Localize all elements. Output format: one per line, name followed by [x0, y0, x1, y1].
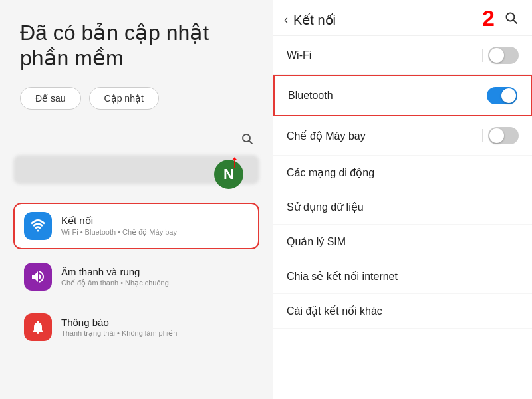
- header-left: ‹ Kết nối: [284, 12, 336, 28]
- wifi-toggle[interactable]: [488, 47, 519, 64]
- more-connection-row[interactable]: Cài đặt kết nối khác: [273, 294, 532, 329]
- mobile-network-label: Các mạng di động: [287, 166, 374, 179]
- airplane-label: Chế độ Máy bay: [287, 130, 366, 142]
- wifi-icon-container: [24, 212, 52, 240]
- update-button[interactable]: Cập nhật: [89, 87, 159, 110]
- wifi-label: Wi-Fi: [287, 49, 311, 61]
- ket-noi-label: Kết nối: [61, 215, 177, 227]
- wifi-divider: [482, 49, 483, 62]
- settings-item-ket-noi[interactable]: Kết nối Wi-Fi • Bluetooth • Chế độ Máy b…: [13, 203, 259, 249]
- title-line2: phần mềm: [20, 46, 124, 70]
- hotspot-row[interactable]: Chia sẻ kết nối internet: [273, 259, 532, 294]
- bluetooth-toggle[interactable]: [487, 87, 517, 104]
- airplane-divider: [482, 129, 483, 142]
- data-usage-row[interactable]: Sử dụng dữ liệu: [273, 190, 532, 225]
- later-button[interactable]: Để sau: [20, 87, 81, 110]
- svg-line-4: [513, 20, 517, 23]
- update-title: Đã có bản cập nhật phần mềm: [13, 20, 259, 71]
- sound-icon-container: [24, 263, 52, 291]
- thong-bao-text: Thông báo Thanh trạng thái • Không làm p…: [61, 317, 177, 338]
- arrow-annotation: ↑: [230, 151, 239, 172]
- settings-item-am-thanh[interactable]: Âm thanh và rung Chế độ âm thanh • Nhạc …: [13, 253, 259, 300]
- back-button[interactable]: ‹: [284, 13, 288, 27]
- airplane-toggle[interactable]: [488, 127, 519, 144]
- bluetooth-divider: [481, 89, 481, 102]
- search-row: [13, 130, 259, 148]
- settings-list: Wi-Fi Bluetooth Chế độ Máy bay Các mạn: [273, 36, 532, 399]
- search-icon-left[interactable]: [238, 130, 257, 148]
- svg-point-2: [37, 229, 39, 231]
- sim-management-row[interactable]: Quản lý SIM: [273, 225, 532, 259]
- bluetooth-label: Bluetooth: [288, 90, 333, 102]
- settings-item-thong-bao[interactable]: Thông báo Thanh trạng thái • Không làm p…: [13, 304, 259, 350]
- right-header: ‹ Kết nối 2: [273, 0, 532, 36]
- notif-icon-container: [24, 313, 52, 341]
- bluetooth-row[interactable]: Bluetooth: [273, 75, 532, 116]
- sim-management-label: Quản lý SIM: [287, 235, 346, 248]
- title-line1: Đã có bản cập nhật: [20, 21, 209, 45]
- left-panel: Đã có bản cập nhật phần mềm Để sau Cập n…: [0, 0, 273, 399]
- right-title: Kết nối: [293, 12, 336, 28]
- ket-noi-sublabel: Wi-Fi • Bluetooth • Chế độ Máy bay: [61, 228, 177, 237]
- hotspot-label: Chia sẻ kết nối internet: [287, 270, 398, 283]
- wifi-toggle-wrapper: [482, 47, 519, 64]
- am-thanh-label: Âm thanh và rung: [61, 266, 169, 277]
- search-icon-right[interactable]: [504, 11, 519, 29]
- airplane-toggle-wrapper: [482, 127, 519, 144]
- am-thanh-sublabel: Chế độ âm thanh • Nhạc chuông: [61, 279, 169, 287]
- bluetooth-toggle-wrapper: [481, 87, 517, 104]
- mobile-network-row[interactable]: Các mạng di động: [273, 156, 532, 190]
- thong-bao-sublabel: Thanh trạng thái • Không làm phiền: [61, 329, 177, 338]
- am-thanh-text: Âm thanh và rung Chế độ âm thanh • Nhạc …: [61, 266, 169, 287]
- number-annotation-2: 2: [482, 5, 495, 31]
- thong-bao-label: Thông báo: [61, 317, 177, 328]
- wifi-row[interactable]: Wi-Fi: [273, 36, 532, 75]
- blurred-bar-container: N ↑: [13, 155, 259, 194]
- svg-line-1: [249, 140, 253, 144]
- ket-noi-text: Kết nối Wi-Fi • Bluetooth • Chế độ Máy b…: [61, 215, 177, 237]
- data-usage-label: Sử dụng dữ liệu: [287, 201, 364, 213]
- more-connection-label: Cài đặt kết nối khác: [287, 305, 382, 317]
- update-buttons: Để sau Cập nhật: [13, 87, 259, 110]
- right-panel: ‹ Kết nối 2 Wi-Fi Bluetooth: [273, 0, 532, 399]
- airplane-row[interactable]: Chế độ Máy bay: [273, 116, 532, 156]
